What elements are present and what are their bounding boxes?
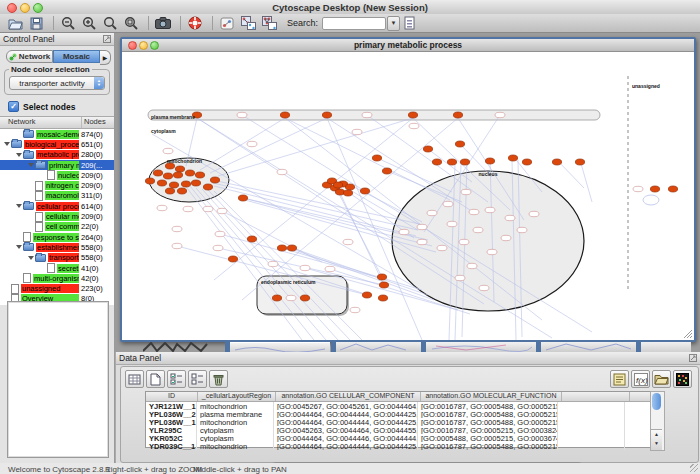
- network-node-selected[interactable]: [485, 158, 494, 164]
- network-node[interactable]: [467, 263, 477, 268]
- network-node[interactable]: [350, 307, 360, 312]
- network-from-selection-icon[interactable]: [239, 15, 257, 31]
- network-node-selected[interactable]: [382, 168, 391, 174]
- new-attribute-icon[interactable]: [146, 370, 165, 388]
- table-row[interactable]: YLR295Ccytoplasm[GO:0045263, GO:0044464,…: [146, 426, 651, 434]
- network-node-selected[interactable]: [522, 159, 531, 165]
- disclosure-triangle-icon[interactable]: [28, 256, 35, 260]
- network-node[interactable]: [237, 112, 247, 117]
- zoom-selected-icon[interactable]: [101, 15, 119, 31]
- zoom-in-icon[interactable]: [80, 15, 98, 31]
- network-node[interactable]: [399, 229, 409, 234]
- network-node-selected[interactable]: [453, 112, 462, 118]
- network-node[interactable]: [300, 265, 310, 270]
- tree-col-nodes[interactable]: Nodes: [82, 117, 114, 128]
- tree-row[interactable]: metabolic process280(0): [0, 150, 114, 160]
- table-row[interactable]: YPL036W__1mitochondrion[GO:0044464, GO:0…: [146, 418, 651, 426]
- advanced-search-icon[interactable]: [400, 15, 418, 31]
- network-canvas[interactable]: plasma membranecytoplasmmitochondrionnuc…: [122, 52, 694, 340]
- network-node-selected[interactable]: [343, 190, 352, 196]
- app-titlebar[interactable]: Cytoscape Desktop (New Session): [0, 0, 700, 15]
- select-attributes-icon[interactable]: [167, 370, 186, 388]
- tree-row[interactable]: cellular metabo209(0): [0, 211, 114, 221]
- network-node-selected[interactable]: [379, 282, 388, 288]
- tree-row[interactable]: nitrogen compo209(0): [0, 180, 114, 190]
- network-node[interactable]: [183, 206, 193, 211]
- network-node[interactable]: [447, 221, 457, 226]
- disclosure-triangle-icon[interactable]: [16, 153, 23, 157]
- network-node[interactable]: [343, 239, 353, 244]
- network-node[interactable]: [427, 210, 437, 215]
- network-node-selected[interactable]: [377, 274, 386, 280]
- network-node-selected[interactable]: [157, 180, 166, 186]
- table-row[interactable]: YKR052Ccytoplasm[GO:0044464, GO:0044446,…: [146, 434, 651, 442]
- function-builder-icon[interactable]: f(x): [631, 370, 650, 388]
- network-node[interactable]: [417, 224, 427, 229]
- network-node-selected[interactable]: [333, 182, 342, 188]
- save-icon[interactable]: [27, 15, 45, 31]
- snapshot-icon[interactable]: [154, 15, 172, 31]
- table-row[interactable]: YJR121W__1mitochondrion[GO:0045267, GO:0…: [146, 402, 651, 410]
- table-column-header[interactable]: [562, 392, 630, 401]
- network-node[interactable]: [633, 186, 643, 191]
- network-node-selected[interactable]: [175, 166, 184, 172]
- network-node[interactable]: [352, 129, 362, 134]
- network-node-selected[interactable]: [447, 159, 456, 165]
- network-node[interactable]: [437, 245, 447, 250]
- network-node-selected[interactable]: [650, 186, 659, 192]
- network-node-selected[interactable]: [508, 155, 517, 161]
- network-node[interactable]: [459, 239, 469, 244]
- network-node-selected[interactable]: [177, 188, 186, 194]
- tree-row[interactable]: secretion41(0): [0, 263, 114, 273]
- tree-row[interactable]: macromolecule311(0): [0, 191, 114, 201]
- delete-attribute-icon[interactable]: [209, 370, 228, 388]
- network-node-selected[interactable]: [460, 159, 469, 165]
- disclosure-triangle-icon[interactable]: [28, 163, 35, 167]
- scrollbar-arrows[interactable]: ▲▼: [651, 429, 662, 450]
- network-node[interactable]: [495, 112, 505, 117]
- network-node[interactable]: [203, 206, 213, 211]
- network-node-selected[interactable]: [575, 159, 584, 165]
- network-node-selected[interactable]: [668, 186, 677, 192]
- window-resize-grip[interactable]: [690, 464, 698, 472]
- network-node-selected[interactable]: [210, 177, 219, 183]
- network-node[interactable]: [409, 123, 419, 128]
- new-network-icon[interactable]: [218, 15, 236, 31]
- network-node[interactable]: [505, 215, 515, 220]
- tree-row[interactable]: cellular process614(0): [0, 201, 114, 211]
- node-color-combo[interactable]: transporter activity ▲▼: [9, 76, 105, 90]
- table-column-header[interactable]: ID: [146, 392, 198, 401]
- network-node[interactable]: [461, 189, 471, 194]
- network-node-selected[interactable]: [169, 182, 178, 188]
- network-node-selected[interactable]: [423, 146, 432, 152]
- network-node[interactable]: [217, 208, 227, 213]
- network-node[interactable]: [473, 227, 483, 232]
- tree-row[interactable]: biological_process651(0): [0, 139, 114, 149]
- network-node[interactable]: [215, 231, 225, 236]
- network-node-selected[interactable]: [145, 178, 154, 184]
- tree-row[interactable]: establishment of lo558(0): [0, 242, 114, 252]
- tab-overflow-arrow[interactable]: ▶: [100, 50, 111, 65]
- tree-col-network[interactable]: Network: [0, 117, 82, 128]
- network-node[interactable]: [417, 239, 427, 244]
- search-dropdown-arrow[interactable]: ▼: [387, 16, 400, 31]
- network-node[interactable]: [362, 112, 372, 117]
- network-node[interactable]: [469, 209, 479, 214]
- network-node-selected[interactable]: [195, 172, 204, 178]
- network-node-selected[interactable]: [345, 184, 354, 190]
- network-node-selected[interactable]: [165, 188, 174, 194]
- tree-row[interactable]: unassigned223(0): [0, 283, 114, 293]
- network-node[interactable]: [455, 275, 465, 280]
- select-nodes-checkbox[interactable]: ✓: [8, 101, 19, 112]
- network-node[interactable]: [163, 148, 173, 153]
- network-node-selected[interactable]: [322, 112, 331, 118]
- network-node-selected[interactable]: [153, 170, 162, 176]
- network-node-selected[interactable]: [432, 159, 441, 165]
- network-node[interactable]: [277, 169, 287, 174]
- unselect-attributes-icon[interactable]: [188, 370, 207, 388]
- disclosure-triangle-icon[interactable]: [16, 204, 23, 208]
- network-node[interactable]: [479, 285, 489, 290]
- help-lifering-icon[interactable]: [186, 15, 204, 31]
- table-row[interactable]: YPL036W__2plasma membrane[GO:0044464, GO…: [146, 410, 651, 418]
- network-node-selected[interactable]: [455, 141, 464, 147]
